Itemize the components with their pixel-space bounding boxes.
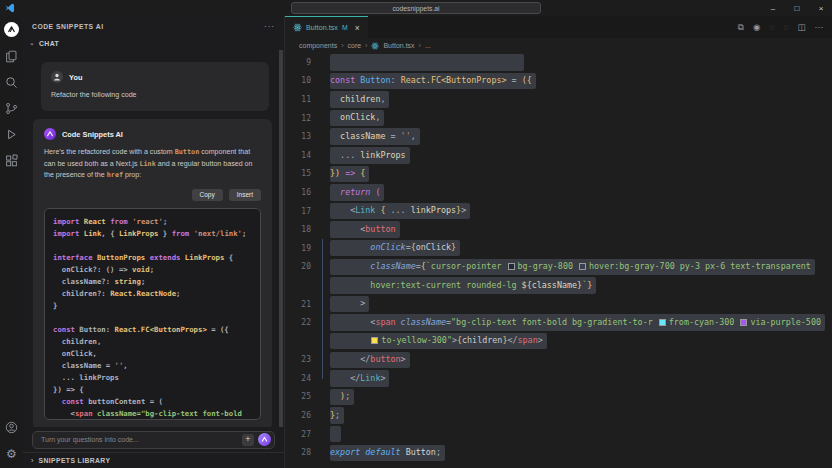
vscode-window: codesnippets.ai – □ × [0,0,832,468]
extensions-icon [5,154,18,167]
code-rows: 910const Button: React.FC<ButtonProps> =… [285,53,832,462]
breadcrumb-item[interactable]: Button.tsx [383,42,414,49]
code-snippets-ai-icon [260,435,269,444]
color-swatch-icon [371,337,378,344]
message-text: Refactor the following code [51,90,259,101]
run-debug-icon [5,128,18,141]
sidebar-item-search[interactable] [5,76,18,89]
chevron-right-icon: › [419,42,421,49]
sidebar-item-extensions[interactable] [5,154,18,167]
settings-button[interactable]: ⚙ [5,447,18,460]
open-changes-icon[interactable]: ⧉ [738,23,744,32]
user-avatar [51,71,63,83]
copy-button[interactable]: Copy [192,189,223,201]
maximize-button[interactable]: □ [792,4,802,13]
split-editor-icon[interactable]: ◫ [797,23,805,32]
chat-section-label: CHAT [39,40,59,47]
chat-scrollbar[interactable] [279,50,283,427]
chat-section-header[interactable]: ⌄ CHAT [23,36,284,50]
message-author: You [69,73,82,82]
breadcrumb[interactable]: components › core › Button.tsx › ... [285,38,832,53]
react-icon [371,42,379,50]
nav-forward-icon[interactable]: ◌ [783,23,788,32]
activity-bar: ⚙ [0,16,23,468]
more-actions-icon[interactable]: ⋯ [815,23,824,32]
close-button[interactable]: × [816,4,826,13]
title-bar: codesnippets.ai – □ × [0,0,832,16]
message-author: Code Snippets AI [62,130,123,139]
files-icon [5,50,18,63]
chat-input-row: Turn your questions into code... + [23,427,284,452]
gear-icon: ⚙ [6,448,17,460]
insert-button[interactable]: Insert [229,189,261,201]
toggle-preview-icon[interactable]: ◉ [753,23,760,32]
ai-message: Code Snippets AI Here's the refactored c… [33,119,272,428]
tab-close-icon[interactable]: × [355,23,360,33]
ai-avatar [44,128,56,140]
code-snippets-ai-icon [6,24,17,35]
code-snippets-ai-panel: CODE SNIPPETS AI ··· ⌄ CHAT You R [23,16,285,468]
source-control-icon [5,102,18,115]
breadcrumb-item[interactable]: core [347,42,361,49]
add-context-button[interactable]: + [242,434,254,446]
chat-input-placeholder: Turn your questions into code... [41,436,242,443]
chevron-right-icon: › [365,42,367,49]
nav-back-icon[interactable]: ◌ [769,23,774,32]
command-center-search[interactable]: codesnippets.ai [291,2,541,14]
tab-button-tsx[interactable]: Button.tsx M × [285,16,368,38]
account-icon [5,421,18,434]
send-button[interactable] [258,433,271,446]
panel-title: CODE SNIPPETS AI [32,23,264,30]
snippets-library-section[interactable]: › SNIPPETS LIBRARY [23,452,284,468]
color-swatch-icon [740,319,747,326]
chevron-right-icon: › [31,456,34,465]
panel-header: CODE SNIPPETS AI ··· [23,16,284,36]
breadcrumb-item[interactable]: ... [425,42,431,49]
color-swatch-icon [508,263,515,270]
sidebar-item-code-snippets-ai[interactable] [4,22,19,37]
sidebar-item-run-debug[interactable] [5,128,18,141]
vscode-logo-icon [5,3,15,13]
user-message: You Refactor the following code [41,62,269,111]
code-editor[interactable]: 910const Button: React.FC<ButtonProps> =… [285,53,832,468]
code-snippets-ai-icon [45,129,55,139]
sidebar-item-explorer[interactable] [5,50,18,63]
chevron-right-icon: › [341,42,343,49]
tab-bar: Button.tsx M × ⧉◉◌◌◫⋯ [285,16,832,38]
modified-badge: M [342,24,348,31]
color-swatch-icon [579,263,586,270]
person-icon [52,72,62,82]
chevron-down-icon: ⌄ [29,39,35,47]
indent-guide [322,239,323,379]
window-controls: – □ × [768,0,826,16]
minimize-button[interactable]: – [768,4,778,13]
chat-code-block: import React from 'react';import Link, {… [44,208,261,420]
react-icon [293,23,302,32]
panel-more-actions-icon[interactable]: ··· [264,22,275,31]
sidebar-item-source-control[interactable] [5,102,18,115]
search-icon [5,76,18,89]
breadcrumb-item[interactable]: components [299,42,337,49]
tab-filename: Button.tsx [306,23,338,32]
chat-input[interactable]: Turn your questions into code... + [32,431,275,449]
ai-intro: Here's the refactored code with a custom… [44,147,261,181]
color-swatch-icon [659,319,666,326]
editor-actions: ⧉◉◌◌◫⋯ [738,16,832,38]
editor-group: Button.tsx M × ⧉◉◌◌◫⋯ components › core … [285,16,832,468]
chat-message-list: You Refactor the following code Code Sni… [23,50,284,428]
snippets-library-label: SNIPPETS LIBRARY [39,457,111,464]
account-button[interactable] [5,421,18,434]
